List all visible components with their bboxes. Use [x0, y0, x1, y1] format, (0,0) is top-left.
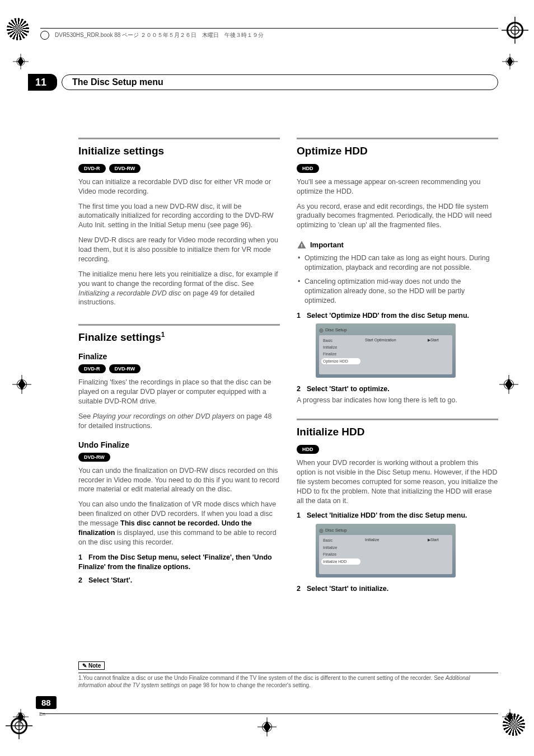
side-mark-icon	[12, 375, 31, 394]
step-text: Select 'Start' to initialize.	[307, 585, 388, 593]
badge-row: DVD-R DVD-RW	[78, 364, 280, 373]
step-2: 2Select 'Start' to optimize.	[297, 384, 498, 394]
section-title-finalize-settings: Finalize settings1	[78, 330, 280, 345]
footnote-box: Note 1.You cannot finalize a disc or use…	[78, 661, 498, 689]
step-2: 2Select 'Start'.	[78, 576, 280, 585]
ui-start-label: ▶Start	[428, 337, 450, 372]
text-italic: Initializing a recordable DVD disc	[78, 289, 181, 297]
important-list: Optimizing the HDD can take as long as e…	[297, 253, 498, 305]
paragraph: You can also undo the finalization of VR…	[78, 500, 280, 547]
badge-dvd-rw: DVD-RW	[109, 364, 141, 373]
badge-row: DVD-R DVD-RW	[78, 164, 280, 173]
ui-title: Disc Setup	[319, 527, 452, 534]
ui-title: Disc Setup	[319, 327, 452, 334]
ui-mid-label: Initialize	[365, 537, 423, 572]
ui-menu-item-selected: Initialize HDD	[321, 558, 360, 565]
ui-screenshot-optimize: Disc Setup Basic Initialize Finalize Opt…	[316, 323, 456, 377]
list-item: Canceling optimization mid-way does not …	[297, 277, 498, 306]
text: The initialize menu here lets you reinit…	[78, 270, 278, 288]
step-1: 1From the Disc Setup menu, select 'Final…	[78, 553, 280, 572]
step-2: 2Select 'Start' to initialize.	[297, 584, 498, 594]
right-column: Optimize HDD HDD You'll see a message ap…	[297, 138, 498, 596]
step-text: From the Disc Setup menu, select 'Finali…	[78, 553, 272, 571]
document-header: DVR530HS_RDR.book 88 ページ ２００５年５月２６日 木曜日 …	[40, 28, 498, 40]
paragraph: New DVD-R discs are ready for Video mode…	[78, 236, 280, 264]
ui-menu-item: Finalize	[321, 551, 360, 557]
note-rule	[78, 673, 498, 673]
badge-dvd-rw: DVD-RW	[109, 164, 141, 173]
ui-side-menu: Basic Initialize Finalize Initialize HDD	[321, 537, 360, 572]
paragraph: Finalizing 'fixes' the recordings in pla…	[78, 378, 280, 406]
crop-mark-icon	[12, 53, 29, 70]
ui-menu-item: Basic	[321, 537, 360, 543]
step-text: Select 'Initialize HDD' from the disc Se…	[307, 511, 467, 519]
chapter-number: 11	[28, 74, 57, 91]
left-column: Initialize settings DVD-R DVD-RW You can…	[78, 138, 280, 596]
text: Finalize settings	[78, 332, 161, 344]
paragraph: You'll see a message appear on-screen re…	[297, 177, 498, 196]
svg-point-1	[511, 26, 519, 34]
important-label: Important	[310, 240, 344, 250]
step-text: Select 'Start'.	[88, 576, 132, 584]
svg-text:!: !	[301, 243, 303, 248]
side-mark-icon	[257, 717, 277, 736]
paragraph: A progress bar indicates how long there …	[297, 396, 498, 405]
svg-point-0	[507, 22, 523, 39]
section-rule	[78, 138, 280, 139]
section-rule	[297, 138, 498, 139]
paragraph: The first time you load a new DVD-RW dis…	[78, 202, 280, 231]
ui-start-label: ▶Start	[428, 537, 450, 572]
section-title-optimize-hdd: Optimize HDD	[297, 144, 498, 158]
badge-dvd-r: DVD-R	[78, 364, 106, 373]
badge-hdd: HDD	[297, 164, 319, 173]
document-footer-rule	[40, 713, 498, 714]
page-number: 88	[36, 696, 57, 709]
paragraph: You can initialize a recordable DVD disc…	[78, 177, 280, 196]
crop-mark-icon	[12, 708, 29, 725]
note-label: Note	[78, 661, 105, 670]
text-italic: Playing your recordings on other DVD pla…	[93, 412, 235, 420]
badge-row: HDD	[297, 445, 498, 454]
text: on page 98 for how to change the recorde…	[180, 682, 311, 688]
ui-menu-item: Basic	[321, 337, 360, 344]
step-1: 1Select 'Optimize HDD' from the disc Set…	[297, 311, 498, 321]
important-callout: ! Important	[297, 240, 498, 250]
ui-menu-item: Finalize	[321, 351, 360, 357]
badge-dvd-r: DVD-R	[78, 164, 106, 173]
subheading-undo-finalize: Undo Finalize	[78, 440, 280, 450]
footnote-ref: 1	[161, 331, 165, 339]
badge-dvd-rw: DVD-RW	[78, 453, 110, 462]
content-columns: Initialize settings DVD-R DVD-RW You can…	[78, 138, 498, 596]
section-title-initialize-hdd: Initialize HDD	[297, 425, 498, 439]
badge-row: HDD	[297, 164, 498, 173]
section-rule	[78, 324, 280, 326]
paragraph: When your DVD recorder is working withou…	[297, 458, 498, 505]
page-language: En	[39, 711, 45, 717]
paragraph: As you record, erase and edit recordings…	[297, 202, 498, 231]
subheading-finalize: Finalize	[78, 351, 280, 362]
warning-icon: !	[297, 240, 307, 250]
paragraph: The initialize menu here lets you reinit…	[78, 270, 280, 308]
chapter-bar: 11 The Disc Setup menu	[0, 74, 498, 91]
list-item: Optimizing the HDD can take as long as e…	[297, 253, 498, 273]
header-text: DVR530HS_RDR.book 88 ページ ２００５年５月２６日 木曜日 …	[55, 31, 264, 39]
print-mark-tl	[6, 17, 32, 44]
step-text: Select 'Start' to optimize.	[307, 385, 390, 393]
ui-screenshot-initialize: Disc Setup Basic Initialize Finalize Ini…	[316, 524, 456, 577]
text: See	[78, 412, 93, 420]
print-mark-tr	[502, 17, 528, 44]
badge-hdd: HDD	[297, 445, 319, 454]
ui-menu-item: Initialize	[321, 344, 360, 350]
step-text: Select 'Optimize HDD' from the disc Setu…	[307, 312, 469, 320]
step-1: 1Select 'Initialize HDD' from the disc S…	[297, 511, 498, 520]
section-title-initialize-settings: Initialize settings	[78, 144, 280, 158]
paragraph: You can undo the finalization on DVD-RW …	[78, 466, 280, 495]
chapter-title: The Disc Setup menu	[62, 74, 498, 90]
ui-side-menu: Basic Initialize Finalize Optimize HDD	[321, 337, 360, 372]
section-rule	[297, 419, 498, 420]
note-text: 1.You cannot finalize a disc or use the …	[78, 674, 498, 689]
text: 1.You cannot finalize a disc or use the …	[78, 675, 446, 681]
side-mark-icon	[499, 375, 518, 394]
crop-mark-icon	[502, 53, 518, 70]
crop-mark-icon	[502, 708, 518, 725]
